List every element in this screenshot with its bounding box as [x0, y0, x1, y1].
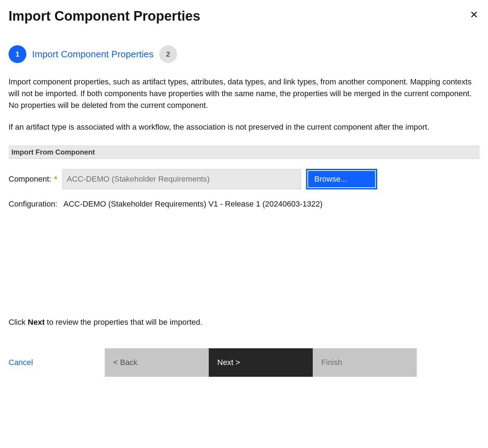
dialog-title: Import Component Properties: [9, 9, 200, 24]
browse-button[interactable]: Browse...: [306, 169, 377, 189]
configuration-label: Configuration:: [9, 199, 58, 209]
close-icon[interactable]: ✕: [468, 9, 479, 21]
step-1-label[interactable]: Import Component Properties: [32, 49, 154, 60]
next-button[interactable]: Next >: [209, 348, 313, 377]
section-header-import-from: Import From Component: [9, 146, 479, 159]
component-row: Component: * ACC-DEMO (Stakeholder Requi…: [9, 169, 479, 189]
finish-button: Finish: [313, 348, 417, 377]
instruction-prefix: Click: [9, 318, 28, 327]
description-para-1: Import component properties, such as art…: [9, 76, 479, 111]
back-button: < Back: [105, 348, 209, 377]
wizard-stepper: 1 Import Component Properties 2: [9, 45, 479, 63]
configuration-row: Configuration: ACC-DEMO (Stakeholder Req…: [9, 199, 479, 209]
component-input[interactable]: ACC-DEMO (Stakeholder Requirements): [62, 169, 301, 189]
configuration-value: ACC-DEMO (Stakeholder Requirements) V1 -…: [63, 199, 323, 209]
step-2-indicator: 2: [159, 45, 177, 63]
dialog-header: Import Component Properties ✕: [9, 9, 479, 24]
required-indicator-icon: *: [54, 174, 57, 183]
instruction-bold: Next: [28, 318, 45, 327]
wizard-button-bar: Cancel < Back Next > Finish: [9, 348, 417, 377]
component-label-text: Component:: [9, 174, 51, 183]
instruction-text: Click Next to review the properties that…: [9, 318, 202, 327]
step-1-indicator: 1: [9, 45, 26, 63]
description-para-2: If an artifact type is associated with a…: [9, 121, 479, 133]
cancel-button[interactable]: Cancel: [9, 348, 105, 377]
instruction-suffix: to review the properties that will be im…: [45, 318, 202, 327]
component-label: Component: *: [9, 174, 57, 184]
